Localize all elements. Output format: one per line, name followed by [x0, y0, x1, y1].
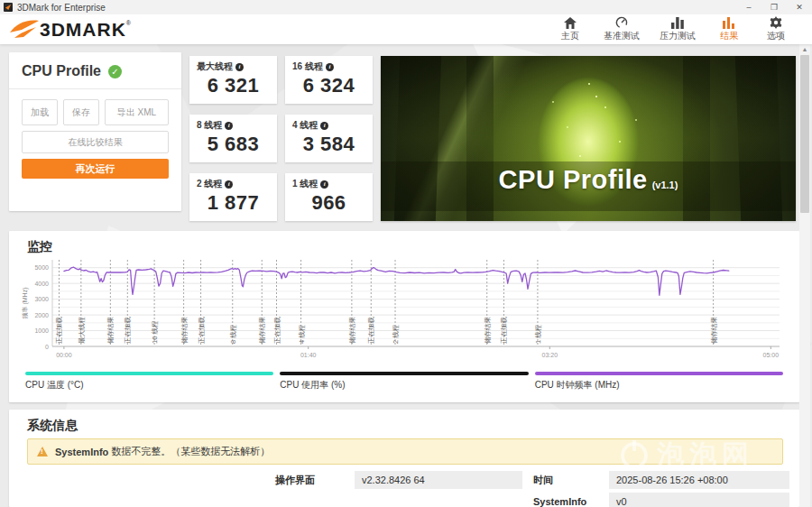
nav-label: 基准测试 [604, 30, 640, 42]
svg-text:储存结果: 储存结果 [180, 317, 189, 345]
monitoring-title: 监控 [9, 231, 799, 255]
score-value: 5 683 [197, 133, 270, 156]
svg-text:正在加载: 正在加载 [55, 317, 63, 345]
svg-text:正在加载: 正在加载 [124, 317, 132, 345]
svg-text:1000: 1000 [34, 327, 49, 334]
hero-sparkles [588, 83, 590, 85]
score-label: 4 线程 [292, 119, 318, 132]
brand-logo: 3DMARK ® [9, 18, 131, 41]
nav-label: 压力测试 [660, 30, 696, 42]
monitor-chart: 01000200030004000500000:0001:4003:2005:0… [20, 254, 785, 370]
close-button[interactable]: ✕ [787, 0, 812, 14]
score-label: 8 线程 [197, 119, 222, 132]
nav-item-results[interactable]: 结果 [706, 16, 752, 42]
legend-cpu-temperature[interactable]: CPU 温度 (°C) [25, 372, 273, 392]
svg-text:4000: 4000 [34, 281, 49, 287]
score-tile-16-threads: 16 线程i 6 324 [285, 56, 373, 104]
info-icon[interactable]: i [225, 122, 233, 130]
info-icon[interactable]: i [320, 122, 328, 130]
legend-cpu-clock[interactable]: CPU 时钟频率 (MHz) [535, 372, 783, 392]
svg-text:2 线程: 2 线程 [392, 324, 400, 344]
compare-online-button[interactable]: 在线比较结果 [22, 131, 169, 153]
svg-text:16 线程: 16 线程 [151, 320, 159, 344]
svg-text:频率 (MHz): 频率 (MHz) [22, 288, 29, 319]
scrollbar-up-arrow[interactable]: ▲ [799, 43, 810, 54]
system-info-section: 系统信息 SystemInfo 数据不完整。（某些数据无法解析） 操作界面 v2… [9, 410, 799, 507]
maximize-button[interactable]: ❐ [761, 0, 787, 14]
info-icon[interactable]: i [326, 63, 334, 71]
svg-text:正在加载: 正在加载 [500, 317, 508, 345]
app-icon [4, 3, 13, 12]
score-label: 2 线程 [197, 178, 222, 190]
vertical-scrollbar[interactable]: ▲ [799, 43, 810, 507]
score-tile-2-threads: 2 线程i 1 877 [189, 173, 277, 221]
score-value: 6 321 [197, 74, 270, 97]
score-value: 966 [292, 191, 365, 215]
title-bar: 3DMark for Enterprise – ❐ ✕ [0, 0, 812, 14]
legend-bar-teal [25, 372, 273, 375]
field-label-time: 时间 [522, 474, 609, 487]
3dmark-swoosh-icon [9, 18, 40, 41]
hero-version: (v1.1) [652, 180, 678, 190]
info-icon[interactable]: i [235, 63, 244, 71]
scrollbar-thumb[interactable] [800, 55, 809, 213]
svg-text:01:40: 01:40 [300, 352, 317, 358]
svg-text:4 线程: 4 线程 [298, 324, 306, 344]
minimize-button[interactable]: – [736, 0, 761, 14]
score-tile-1-thread: 1 线程i 966 [285, 173, 373, 221]
score-tile-8-threads: 8 线程i 5 683 [189, 115, 277, 162]
load-button[interactable]: 加载 [22, 99, 58, 125]
nav-item-home[interactable]: 主页 [547, 16, 594, 42]
nav-label: 结果 [720, 30, 738, 42]
legend-label: CPU 使用率 (%) [280, 379, 528, 392]
legend-label: CPU 温度 (°C) [25, 379, 273, 392]
run-again-button[interactable]: 再次运行 [22, 159, 169, 179]
results-bar-chart-icon [723, 16, 735, 29]
svg-text:05:00: 05:00 [763, 352, 780, 358]
field-label-ui: 操作界面 [275, 474, 355, 487]
nav-item-stress-test[interactable]: 压力测试 [650, 16, 706, 42]
svg-text:0: 0 [45, 344, 49, 350]
info-icon[interactable]: i [320, 180, 328, 189]
save-button[interactable]: 保存 [63, 99, 99, 125]
svg-text:储存结果: 储存结果 [258, 317, 266, 345]
system-info-title: 系统信息 [9, 410, 799, 434]
export-xml-button[interactable]: 导出 XML [105, 99, 169, 125]
gear-icon [770, 16, 782, 29]
hero-title: CPU Profile [499, 165, 648, 194]
svg-text:8 线程: 8 线程 [229, 324, 237, 344]
score-label: 1 线程 [292, 178, 318, 190]
system-info-fields: 操作界面 v2.32.8426 64 时间 2025-08-26 15:26 +… [275, 471, 789, 507]
nav-bar: 3DMARK ® 主页 基准测试 压力测试 结果 [0, 14, 812, 44]
result-panel: CPU Profile ✓ 加载 保存 导出 XML 在线比较结果 再次运行 [9, 52, 181, 211]
svg-text:储存结果: 储存结果 [484, 317, 492, 345]
nav-label: 选项 [767, 30, 785, 42]
nav-item-benchmark[interactable]: 基准测试 [594, 16, 650, 42]
svg-text:5000: 5000 [34, 264, 49, 271]
score-tile-max-threads: 最大线程i 6 321 [189, 56, 277, 104]
field-value-ui: v2.32.8426 64 [355, 471, 522, 489]
svg-text:3000: 3000 [34, 296, 49, 302]
svg-text:2000: 2000 [34, 312, 49, 318]
score-value: 3 584 [292, 133, 365, 156]
svg-text:最大线程: 最大线程 [78, 317, 86, 345]
field-label-systeminfo: SystemInfo [522, 496, 609, 507]
svg-text:00:00: 00:00 [56, 352, 72, 358]
legend-cpu-usage[interactable]: CPU 使用率 (%) [280, 372, 528, 392]
score-value: 1 877 [197, 191, 270, 215]
legend-bar-purple [535, 372, 783, 375]
legend-bar-black [280, 372, 528, 375]
info-icon[interactable]: i [225, 180, 233, 189]
nav-item-options[interactable]: 选项 [752, 16, 799, 42]
gauge-icon [615, 16, 628, 29]
brand-text: 3DMARK [40, 18, 126, 41]
score-tile-4-threads: 4 线程i 3 584 [285, 115, 373, 162]
svg-text:正在加载: 正在加载 [198, 317, 206, 345]
svg-text:03:20: 03:20 [542, 352, 558, 358]
warning-icon [37, 447, 48, 456]
legend-label: CPU 时钟频率 (MHz) [535, 379, 783, 392]
svg-text:储存结果: 储存结果 [348, 317, 356, 345]
nav-label: 主页 [561, 30, 579, 42]
svg-text:正在加载: 正在加载 [273, 317, 281, 345]
registered-mark: ® [126, 20, 131, 26]
